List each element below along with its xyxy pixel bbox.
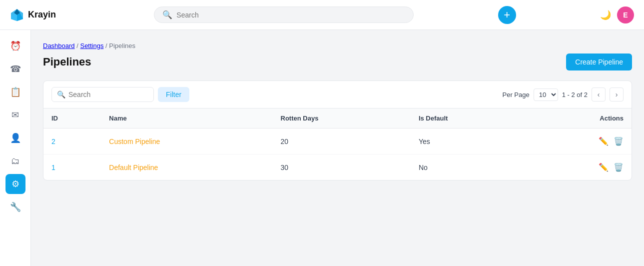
sidebar-item-tools[interactable]: 🔧 [5, 197, 25, 217]
per-page-select[interactable]: 10 25 50 [534, 88, 558, 101]
table-card: 🔍 Filter Per Page 10 25 50 1 - 2 of 2 ‹ … [43, 80, 632, 180]
filter-button[interactable]: Filter [158, 87, 189, 102]
cell-name: Default Pipeline [101, 154, 272, 180]
page-header: Pipelines Create Pipeline [43, 54, 632, 70]
global-search-bar[interactable]: 🔍 [154, 6, 414, 23]
col-actions: Actions [527, 108, 632, 128]
edit-icon[interactable]: ✏️ [599, 136, 609, 146]
breadcrumb-sep2: / Pipelines [105, 42, 135, 50]
cell-actions: ✏️ 🗑️ [527, 128, 632, 154]
avatar[interactable]: E [617, 6, 634, 24]
topnav: Krayin 🔍 + 🌙 E [0, 0, 644, 30]
cell-id: 2 [43, 128, 101, 154]
breadcrumb-settings[interactable]: Settings [80, 42, 103, 50]
page-info: 1 - 2 of 2 [562, 91, 588, 98]
col-id: ID [43, 108, 101, 128]
sidebar-item-person[interactable]: 👤 [5, 128, 25, 148]
table-head: ID Name Rotten Days Is Default Actions [43, 108, 632, 128]
pipeline-icon: 🗂 [11, 156, 20, 166]
logo: Krayin [10, 8, 70, 22]
delete-icon[interactable]: 🗑️ [614, 162, 624, 172]
col-name: Name [101, 108, 272, 128]
cell-actions: ✏️ 🗑️ [527, 154, 632, 180]
activity-icon: ⏰ [10, 40, 21, 52]
cell-rotten-days: 30 [273, 154, 411, 180]
add-button[interactable]: + [498, 6, 516, 24]
breadcrumb: Dashboard / Settings / Pipelines [43, 42, 632, 50]
nav-right: 🌙 E [600, 6, 634, 24]
edit-icon[interactable]: ✏️ [599, 162, 609, 172]
per-page-label: Per Page [502, 91, 529, 98]
dark-mode-toggle[interactable]: 🌙 [600, 10, 611, 20]
table-toolbar: 🔍 Filter Per Page 10 25 50 1 - 2 of 2 ‹ … [43, 81, 632, 108]
prev-page-button[interactable]: ‹ [592, 88, 606, 102]
contacts-icon: ☎ [10, 64, 21, 74]
sidebar-item-calendar[interactable]: 📋 [5, 82, 25, 102]
cell-id: 1 [43, 154, 101, 180]
table-row: 2 Custom Pipeline 20 Yes ✏️ 🗑️ [43, 128, 632, 154]
delete-icon[interactable]: 🗑️ [614, 136, 624, 146]
pipeline-id-link[interactable]: 1 [51, 164, 55, 172]
table-body: 2 Custom Pipeline 20 Yes ✏️ 🗑️ 1 Default… [43, 128, 632, 180]
person-icon: 👤 [10, 132, 21, 144]
create-pipeline-button[interactable]: Create Pipeline [566, 54, 632, 70]
col-rotten-days: Rotten Days [273, 108, 411, 128]
tools-icon: 🔧 [10, 202, 21, 212]
next-page-button[interactable]: › [610, 88, 624, 102]
cell-name: Custom Pipeline [101, 128, 272, 154]
cell-is-default: Yes [411, 128, 527, 154]
settings-icon: ⚙ [11, 178, 19, 190]
pagination-area: Per Page 10 25 50 1 - 2 of 2 ‹ › [502, 88, 624, 102]
sidebar-item-contacts[interactable]: ☎ [5, 59, 25, 79]
sidebar: ⏰ ☎ 📋 ✉ 👤 🗂 ⚙ 🔧 [0, 30, 31, 266]
breadcrumb-dashboard[interactable]: Dashboard [43, 42, 75, 50]
sidebar-item-settings[interactable]: ⚙ [5, 174, 25, 194]
sidebar-item-pipeline[interactable]: 🗂 [5, 151, 25, 171]
table-search-icon: 🔍 [57, 90, 65, 98]
email-icon: ✉ [11, 110, 19, 120]
global-search-input[interactable] [176, 11, 405, 19]
table-row: 1 Default Pipeline 30 No ✏️ 🗑️ [43, 154, 632, 180]
cell-rotten-days: 20 [273, 128, 411, 154]
col-is-default: Is Default [411, 108, 527, 128]
logo-icon [10, 8, 24, 22]
main-layout: ⏰ ☎ 📋 ✉ 👤 🗂 ⚙ 🔧 Dashboard / Settings [0, 30, 644, 266]
page-title: Pipelines [43, 56, 91, 68]
table-search-input[interactable] [68, 90, 148, 98]
calendar-icon: 📋 [10, 86, 21, 98]
content: Dashboard / Settings / Pipelines Pipelin… [31, 30, 644, 266]
sidebar-item-email[interactable]: ✉ [5, 105, 25, 125]
table-search-box[interactable]: 🔍 [51, 87, 154, 102]
search-icon: 🔍 [162, 10, 172, 20]
cell-is-default: No [411, 154, 527, 180]
sidebar-item-activity[interactable]: ⏰ [5, 36, 25, 56]
pipelines-table: ID Name Rotten Days Is Default Actions 2… [43, 108, 632, 180]
logo-text: Krayin [28, 10, 56, 20]
pipeline-id-link[interactable]: 2 [51, 138, 55, 146]
